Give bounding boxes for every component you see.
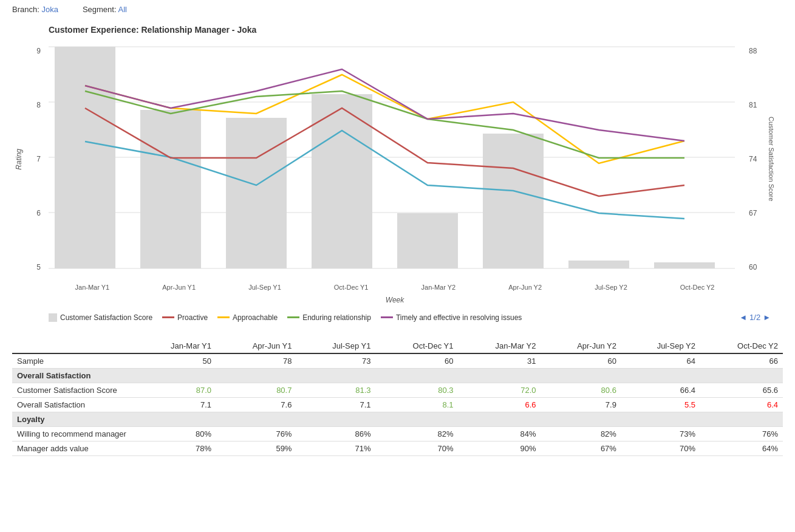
data-table: Jan-Mar Y1 Apr-Jun Y1 Jul-Sep Y1 Oct-Dec… <box>12 339 783 456</box>
chart-container: Customer Experience: Relationship Manage… <box>0 19 795 327</box>
col-header-jan-mar-y2: Jan-Mar Y2 <box>458 339 541 353</box>
chart-legend: Customer Satisfaction Score Proactive Ap… <box>12 308 783 327</box>
legend-timely-label: Timely and effective in resolving issues <box>396 313 522 322</box>
legend-page: 1/2 <box>749 313 760 322</box>
row-label-value: Manager adds value <box>12 442 134 456</box>
legend-timely: Timely and effective in resolving issues <box>381 313 522 322</box>
table-section-overall: Overall Satisfaction <box>12 369 783 383</box>
section-header-overall: Overall Satisfaction <box>12 369 783 383</box>
svg-rect-12 <box>654 262 715 268</box>
row-label-recommend: Willing to recommend manager <box>12 427 134 442</box>
legend-proactive-icon <box>162 316 174 318</box>
legend-css-label: Customer Satisfaction Score <box>60 313 152 322</box>
svg-rect-5 <box>55 47 115 268</box>
legend-enduring: Enduring relationship <box>287 313 371 322</box>
legend-enduring-label: Enduring relationship <box>302 313 371 322</box>
row-label-sample: Sample <box>12 353 134 369</box>
legend-prev-icon[interactable]: ◄ <box>739 313 747 322</box>
section-header-loyalty: Loyalty <box>12 412 783 427</box>
legend-approachable-label: Approachable <box>233 313 278 322</box>
col-header-apr-jun-y2: Apr-Jun Y2 <box>541 339 621 353</box>
legend-proactive: Proactive <box>162 313 208 322</box>
x-axis-label: Week <box>49 296 741 304</box>
y-axis-left: 9 8 7 6 5 <box>12 47 46 271</box>
legend-nav[interactable]: ◄ 1/2 ► <box>739 313 771 322</box>
y-axis-right-label: Customer Satisfaction Score <box>768 117 775 201</box>
col-header-oct-dec-y2: Oct-Dec Y2 <box>700 339 783 353</box>
segment-label: Segment: <box>83 5 117 14</box>
svg-rect-6 <box>140 110 201 268</box>
chart-area: Rating 9 8 7 6 5 88 81 74 67 60 Customer… <box>12 41 777 308</box>
svg-rect-11 <box>568 261 629 268</box>
branch-label: Branch: <box>12 5 39 14</box>
col-header-jan-mar-y1: Jan-Mar Y1 <box>134 339 216 353</box>
branch-value[interactable]: Joka <box>41 5 58 14</box>
col-header-jul-sep-y1: Jul-Sep Y1 <box>296 339 375 353</box>
table-row-overall-sat: Overall Satisfaction 7.1 7.6 7.1 8.1 6.6… <box>12 398 783 412</box>
legend-next-icon[interactable]: ► <box>763 313 771 322</box>
x-axis-labels: Jan-Mar Y1 Apr-Jun Y1 Jul-Sep Y1 Oct-Dec… <box>49 284 741 291</box>
table-row-value: Manager adds value 78% 59% 71% 70% 90% 6… <box>12 442 783 456</box>
col-header-jul-sep-y2: Jul-Sep Y2 <box>621 339 700 353</box>
svg-rect-9 <box>397 213 458 268</box>
table-container: Jan-Mar Y1 Apr-Jun Y1 Jul-Sep Y1 Oct-Dec… <box>0 333 795 462</box>
col-header-label <box>12 339 134 353</box>
legend-proactive-label: Proactive <box>177 313 208 322</box>
table-section-loyalty: Loyalty <box>12 412 783 427</box>
chart-svg <box>49 47 735 268</box>
svg-rect-7 <box>226 118 287 268</box>
col-header-oct-dec-y1: Oct-Dec Y1 <box>376 339 459 353</box>
legend-enduring-icon <box>287 316 299 318</box>
row-label-overall-sat: Overall Satisfaction <box>12 398 134 412</box>
legend-css-icon <box>49 313 57 322</box>
table-row-css: Customer Satisfaction Score 87.0 80.7 81… <box>12 383 783 398</box>
legend-css: Customer Satisfaction Score <box>49 313 152 322</box>
table-row-recommend: Willing to recommend manager 80% 76% 86%… <box>12 427 783 442</box>
table-header-row: Jan-Mar Y1 Apr-Jun Y1 Jul-Sep Y1 Oct-Dec… <box>12 339 783 353</box>
chart-title: Customer Experience: Relationship Manage… <box>49 25 783 35</box>
top-bar: Branch: Joka Segment: All <box>0 0 795 19</box>
svg-rect-10 <box>483 134 544 268</box>
table-row-sample: Sample 50 78 73 60 31 60 64 66 <box>12 353 783 369</box>
legend-approachable: Approachable <box>217 313 278 322</box>
segment-value[interactable]: All <box>118 5 126 14</box>
legend-timely-icon <box>381 316 393 318</box>
legend-approachable-icon <box>217 316 230 318</box>
col-header-apr-jun-y1: Apr-Jun Y1 <box>216 339 296 353</box>
row-label-css: Customer Satisfaction Score <box>12 383 134 398</box>
